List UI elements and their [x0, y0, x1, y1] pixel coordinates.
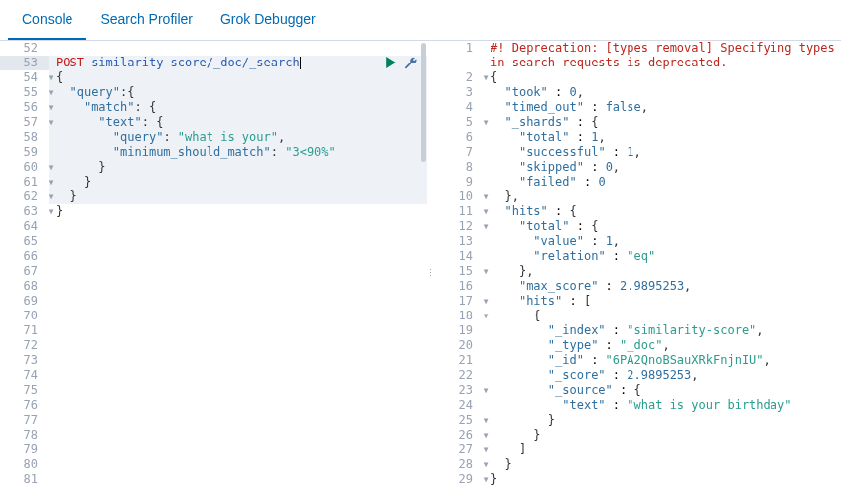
request-line[interactable]: 72 — [0, 338, 427, 353]
response-line[interactable]: 2▾{ — [435, 70, 841, 85]
tab-console[interactable]: Console — [8, 0, 86, 40]
fold-toggle[interactable]: ▾ — [481, 442, 491, 457]
response-line[interactable]: 22 "_score" : 2.9895253, — [435, 368, 841, 383]
request-line[interactable]: 57▾ "text": { — [0, 115, 427, 130]
fold-toggle[interactable]: ▾ — [481, 115, 491, 130]
fold-toggle[interactable]: ▾ — [481, 189, 491, 204]
fold-toggle[interactable]: ▾ — [481, 428, 491, 442]
request-line[interactable]: 78 — [0, 428, 427, 442]
request-line[interactable]: 68 — [0, 279, 427, 294]
response-line[interactable]: 19 "_index" : "similarity-score", — [435, 323, 841, 338]
fold-toggle[interactable]: ▾ — [481, 219, 491, 234]
fold-toggle[interactable]: ▾ — [481, 472, 491, 487]
fold-toggle[interactable]: ▾ — [46, 175, 56, 189]
response-line[interactable]: 15▾ }, — [435, 264, 841, 279]
response-line[interactable]: 13 "value" : 1, — [435, 234, 841, 249]
request-line[interactable]: 58 "query": "what is your", — [0, 130, 427, 145]
fold-toggle — [46, 234, 56, 249]
response-line[interactable]: 24 "text" : "what is your birthday" — [435, 398, 841, 413]
response-line[interactable]: 26▾ } — [435, 428, 841, 442]
request-line[interactable]: 70 — [0, 309, 427, 323]
request-line[interactable]: 54▾{ — [0, 70, 427, 85]
response-line[interactable]: 11▾ "hits" : { — [435, 204, 841, 219]
fold-toggle[interactable]: ▾ — [481, 309, 491, 323]
request-line[interactable]: 79 — [0, 442, 427, 457]
request-line[interactable]: 80 — [0, 457, 427, 472]
line-content: "total" : { — [491, 219, 598, 233]
request-line[interactable]: 73 — [0, 353, 427, 368]
fold-toggle[interactable]: ▾ — [46, 85, 56, 100]
fold-toggle[interactable]: ▾ — [46, 160, 56, 175]
line-content: "took" : 0, — [491, 85, 584, 99]
response-line[interactable]: 21 "_id" : "6PA2QnoBSauXRkFnjnIU", — [435, 353, 841, 368]
response-line[interactable]: 9 "failed" : 0 — [435, 175, 841, 189]
request-line[interactable]: 59 "minimum_should_match": "3<90%" — [0, 145, 427, 160]
request-line[interactable]: 65 — [0, 234, 427, 249]
response-line[interactable]: 6 "total" : 1, — [435, 130, 841, 145]
fold-toggle[interactable]: ▾ — [46, 100, 56, 115]
request-line[interactable]: 52 — [0, 41, 427, 56]
response-line[interactable]: 18▾ { — [435, 309, 841, 323]
response-line[interactable]: 14 "relation" : "eq" — [435, 249, 841, 264]
fold-toggle[interactable]: ▾ — [481, 413, 491, 428]
fold-toggle[interactable]: ▾ — [481, 294, 491, 309]
response-line[interactable]: 5▾ "_shards" : { — [435, 115, 841, 130]
response-line[interactable]: 23▾ "_source" : { — [435, 383, 841, 398]
request-line[interactable]: 74 — [0, 368, 427, 383]
request-line[interactable]: 56▾ "match": { — [0, 100, 427, 115]
fold-toggle[interactable]: ▾ — [481, 70, 491, 85]
line-number: 28 — [435, 457, 481, 472]
fold-toggle — [46, 41, 56, 56]
tab-search-profiler[interactable]: Search Profiler — [86, 0, 207, 40]
fold-toggle[interactable]: ▾ — [481, 457, 491, 472]
request-line[interactable]: 61▾ } — [0, 175, 427, 189]
response-line[interactable]: 16 "max_score" : 2.9895253, — [435, 279, 841, 294]
response-line[interactable]: 8 "skipped" : 0, — [435, 160, 841, 175]
pane-splitter[interactable]: ⋮ — [427, 41, 435, 504]
response-line[interactable]: 27▾ ] — [435, 442, 841, 457]
fold-toggle[interactable]: ▾ — [46, 204, 56, 219]
request-line[interactable]: 77 — [0, 413, 427, 428]
fold-toggle — [46, 398, 56, 413]
request-line[interactable]: 55▾ "query":{ — [0, 85, 427, 100]
request-line[interactable]: 62▾ } — [0, 189, 427, 204]
request-line[interactable]: 63▾} — [0, 204, 427, 219]
request-line[interactable]: 76 — [0, 398, 427, 413]
request-line[interactable]: 53 POST similarity-score/_doc/_search — [0, 56, 427, 70]
request-editor[interactable]: 52 53 POST similarity-score/_doc/_search… — [0, 41, 427, 504]
response-line[interactable]: 10▾ }, — [435, 189, 841, 204]
line-number: 76 — [0, 398, 46, 413]
fold-toggle[interactable]: ▾ — [46, 189, 56, 204]
request-line[interactable]: 71 — [0, 323, 427, 338]
line-content: } — [56, 175, 91, 189]
request-line[interactable]: 64 — [0, 219, 427, 234]
fold-toggle[interactable]: ▾ — [46, 70, 56, 85]
response-line[interactable]: 25▾ } — [435, 413, 841, 428]
response-line[interactable]: 17▾ "hits" : [ — [435, 294, 841, 309]
fold-toggle[interactable]: ▾ — [46, 115, 56, 130]
request-line[interactable]: 66 — [0, 249, 427, 264]
play-icon[interactable] — [385, 57, 397, 72]
request-line[interactable]: 67 — [0, 264, 427, 279]
fold-toggle[interactable]: ▾ — [481, 383, 491, 398]
fold-toggle — [481, 130, 491, 145]
response-line[interactable]: 29▾} — [435, 472, 841, 487]
fold-toggle[interactable]: ▾ — [481, 204, 491, 219]
request-scrollbar[interactable] — [420, 41, 427, 504]
fold-toggle[interactable]: ▾ — [481, 264, 491, 279]
request-line[interactable]: 75 — [0, 383, 427, 398]
response-line[interactable]: 3 "took" : 0, — [435, 85, 841, 100]
response-line[interactable]: 28▾ } — [435, 457, 841, 472]
response-line[interactable]: 12▾ "total" : { — [435, 219, 841, 234]
response-line[interactable]: 1 #! Deprecation: [types removal] Specif… — [435, 41, 841, 70]
request-line[interactable]: 81 — [0, 472, 427, 487]
tab-grok-debugger[interactable]: Grok Debugger — [207, 0, 330, 40]
response-line[interactable]: 20 "_type" : "_doc", — [435, 338, 841, 353]
response-line[interactable]: 7 "successful" : 1, — [435, 145, 841, 160]
line-number: 52 — [0, 41, 46, 56]
wrench-icon[interactable] — [403, 56, 417, 73]
response-line[interactable]: 4 "timed_out" : false, — [435, 100, 841, 115]
response-viewer[interactable]: 1 #! Deprecation: [types removal] Specif… — [435, 41, 841, 504]
request-line[interactable]: 60▾ } — [0, 160, 427, 175]
request-line[interactable]: 69 — [0, 294, 427, 309]
